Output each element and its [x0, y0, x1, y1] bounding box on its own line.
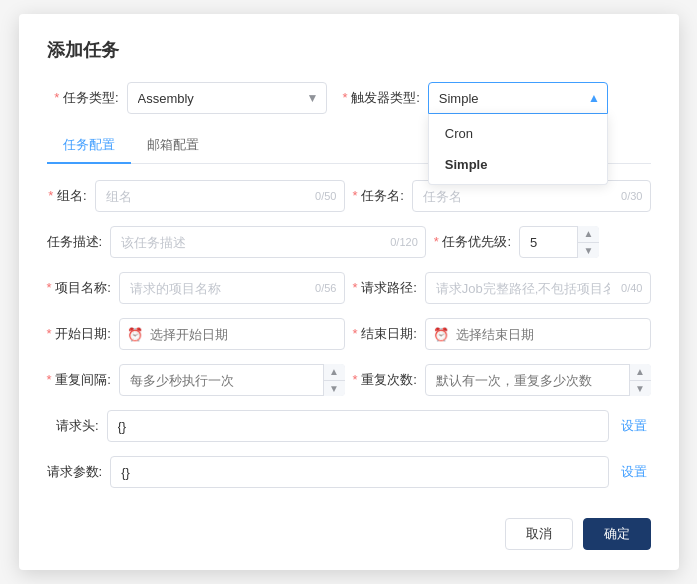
dropdown-item-cron[interactable]: Cron: [429, 118, 607, 149]
group-name-label: 组名:: [47, 187, 87, 205]
end-date-wrapper: ⏰: [425, 318, 651, 350]
repeat-count-half: 重复次数: ▲ ▼: [353, 364, 651, 396]
priority-up-btn[interactable]: ▲: [578, 226, 599, 243]
repeat-count-input[interactable]: [425, 364, 651, 396]
trigger-type-label: 触发器类型:: [343, 89, 420, 107]
request-path-input[interactable]: [425, 272, 651, 304]
desc-priority-row: 任务描述: 0/120 任务优先级: ▲ ▼: [47, 226, 651, 258]
start-date-wrapper: ⏰: [119, 318, 345, 350]
request-path-input-wrapper: 0/40: [425, 272, 651, 304]
priority-arrows: ▲ ▼: [577, 226, 599, 258]
task-desc-input[interactable]: [110, 226, 426, 258]
repeat-row: 重复间隔: ▲ ▼ 重复次数: ▲ ▼: [47, 364, 651, 396]
end-date-half: 结束日期: ⏰: [353, 318, 651, 350]
interval-arrows: ▲ ▼: [323, 364, 345, 396]
task-type-select-wrapper: Assembly ▼: [127, 82, 327, 114]
priority-half: 任务优先级: ▲ ▼: [434, 226, 651, 258]
button-row: 取消 确定: [47, 508, 651, 550]
request-params-set-btn[interactable]: 设置: [617, 463, 651, 481]
end-date-input[interactable]: [425, 318, 651, 350]
project-name-half: 项目名称: 0/56: [47, 272, 345, 304]
request-header-set-btn[interactable]: 设置: [617, 417, 651, 435]
start-date-label: 开始日期:: [47, 325, 111, 343]
start-date-input[interactable]: [119, 318, 345, 350]
project-path-row: 项目名称: 0/56 请求路径: 0/40: [47, 272, 651, 304]
repeat-interval-input[interactable]: [119, 364, 345, 396]
repeat-interval-label: 重复间隔:: [47, 371, 111, 389]
start-date-half: 开始日期: ⏰: [47, 318, 345, 350]
count-down-btn[interactable]: ▼: [630, 381, 651, 397]
request-header-input-wrapper: [107, 410, 609, 442]
dialog-title: 添加任务: [47, 38, 651, 62]
project-name-label: 项目名称:: [47, 279, 111, 297]
add-task-dialog: 添加任务 任务类型: Assembly ▼ 触发器类型: Simple ▲ Cr…: [19, 14, 679, 570]
confirm-button[interactable]: 确定: [583, 518, 651, 550]
tab-task-config[interactable]: 任务配置: [47, 128, 131, 164]
trigger-type-select-wrapper: Simple ▲ Cron Simple: [428, 82, 608, 114]
group-name-input-wrapper: 0/50: [95, 180, 345, 212]
count-up-btn[interactable]: ▲: [630, 364, 651, 381]
project-name-input-wrapper: 0/56: [119, 272, 345, 304]
repeat-count-wrapper: ▲ ▼: [425, 364, 651, 396]
task-desc-label: 任务描述:: [47, 233, 103, 251]
task-type-select[interactable]: Assembly: [127, 82, 327, 114]
tab-mail-config[interactable]: 邮箱配置: [131, 128, 215, 164]
task-type-label: 任务类型:: [47, 89, 119, 107]
request-path-label: 请求路径:: [353, 279, 417, 297]
repeat-interval-half: 重复间隔: ▲ ▼: [47, 364, 345, 396]
repeat-interval-wrapper: ▲ ▼: [119, 364, 345, 396]
group-name-half: 组名: 0/50: [47, 180, 345, 212]
repeat-count-label: 重复次数:: [353, 371, 417, 389]
request-params-input[interactable]: [110, 456, 608, 488]
dropdown-item-simple[interactable]: Simple: [429, 149, 607, 180]
request-path-half: 请求路径: 0/40: [353, 272, 651, 304]
count-arrows: ▲ ▼: [629, 364, 651, 396]
request-params-input-wrapper: [110, 456, 608, 488]
task-desc-input-wrapper: 0/120: [110, 226, 426, 258]
group-name-input[interactable]: [95, 180, 345, 212]
priority-label: 任务优先级:: [434, 233, 511, 251]
interval-down-btn[interactable]: ▼: [324, 381, 345, 397]
end-date-label: 结束日期:: [353, 325, 417, 343]
request-params-label: 请求参数:: [47, 463, 103, 481]
task-desc-half: 任务描述: 0/120: [47, 226, 426, 258]
request-header-label: 请求头:: [47, 417, 99, 435]
priority-input-wrapper: ▲ ▼: [519, 226, 599, 258]
project-name-input[interactable]: [119, 272, 345, 304]
type-row: 任务类型: Assembly ▼ 触发器类型: Simple ▲ Cron Si…: [47, 82, 651, 114]
trigger-type-select[interactable]: Simple: [428, 82, 608, 114]
cancel-button[interactable]: 取消: [505, 518, 573, 550]
interval-up-btn[interactable]: ▲: [324, 364, 345, 381]
priority-down-btn[interactable]: ▼: [578, 243, 599, 259]
request-header-row: 请求头: 设置: [47, 410, 651, 442]
task-name-label: 任务名:: [353, 187, 404, 205]
request-header-input[interactable]: [107, 410, 609, 442]
request-params-row: 请求参数: 设置: [47, 456, 651, 488]
trigger-dropdown-menu: Cron Simple: [428, 114, 608, 185]
date-row: 开始日期: ⏰ 结束日期: ⏰: [47, 318, 651, 350]
